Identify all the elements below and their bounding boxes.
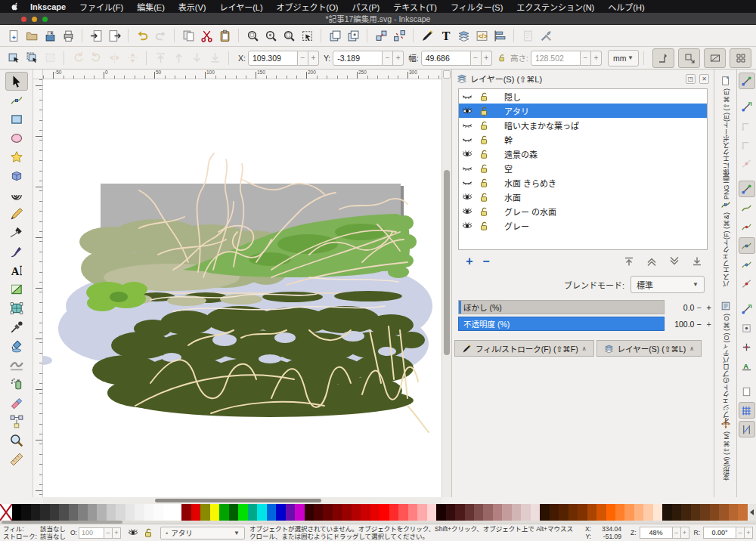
palette-swatch[interactable]: [521, 504, 530, 521]
fill-stroke-indicator[interactable]: フィル: 該当なし ストローク: 該当なし: [3, 525, 66, 540]
snap-line-midpoint-toggle[interactable]: [739, 275, 755, 292]
document-properties-button[interactable]: [519, 26, 537, 45]
maximize-window-button[interactable]: [42, 17, 48, 22]
layer-visibility-toggle[interactable]: [459, 105, 476, 117]
menu-item[interactable]: エクステンション(N): [516, 1, 594, 13]
layer-lock-toggle[interactable]: [476, 91, 492, 103]
palette-swatch[interactable]: [59, 504, 68, 521]
palette-swatch[interactable]: [596, 504, 606, 521]
palette-swatch[interactable]: [634, 504, 643, 521]
palette-swatch[interactable]: [370, 504, 380, 521]
palette-swatch[interactable]: [389, 504, 398, 521]
palette-swatch[interactable]: [465, 504, 474, 521]
snap-bbox-toggle[interactable]: [739, 98, 755, 115]
eraser-tool[interactable]: [5, 393, 28, 412]
tweak-tool[interactable]: [5, 355, 28, 374]
palette-swatch[interactable]: [333, 504, 342, 521]
layer-row[interactable]: アタリ: [459, 104, 707, 118]
vertical-ruler[interactable]: [33, 79, 43, 497]
lower-layer-to-bottom-button[interactable]: [689, 255, 705, 267]
opacity-value[interactable]: 100.0: [668, 320, 694, 329]
height-input[interactable]: 128.502: [531, 51, 581, 66]
layer-lock-toggle[interactable]: [476, 105, 492, 117]
pencil-tool[interactable]: [5, 204, 28, 223]
palette-swatch[interactable]: [691, 504, 700, 521]
palette-swatch[interactable]: [559, 504, 568, 521]
gradient-tool[interactable]: [5, 280, 28, 298]
lower-layer-button[interactable]: [667, 255, 682, 267]
snap-path-intersection-toggle[interactable]: [739, 218, 755, 235]
preferences-button[interactable]: [537, 26, 555, 45]
palette-swatch[interactable]: [144, 504, 153, 521]
palette-swatch[interactable]: [107, 504, 116, 521]
paste-button[interactable]: [215, 26, 234, 45]
select-all-button[interactable]: [5, 49, 23, 67]
palette-swatch[interactable]: [672, 504, 681, 521]
layer-lock-toggle[interactable]: [476, 220, 492, 232]
opacity-increment-button[interactable]: +: [704, 320, 714, 329]
palette-swatch[interactable]: [181, 504, 191, 521]
layer-visibility-toggle[interactable]: [459, 177, 476, 189]
flip-v-button[interactable]: [123, 49, 141, 67]
group-button[interactable]: [372, 26, 390, 45]
palette-swatch[interactable]: [286, 504, 295, 521]
layer-visibility-toggle[interactable]: [459, 134, 476, 146]
palette-swatch[interactable]: [624, 504, 634, 521]
palette-swatch[interactable]: [305, 504, 314, 521]
raise-layer-button[interactable]: [644, 255, 659, 267]
palette-swatch[interactable]: [512, 504, 521, 521]
pen-tool[interactable]: [5, 223, 28, 242]
text-t-button[interactable]: T: [436, 26, 454, 45]
palette-swatch[interactable]: [417, 504, 426, 521]
palette-swatch[interactable]: [738, 504, 747, 521]
palette-scroll-left-button[interactable]: [747, 504, 756, 521]
layer-row[interactable]: 空: [459, 161, 707, 175]
snap-page-border-toggle[interactable]: [739, 383, 755, 400]
layer-row[interactable]: 水面 きらめき: [459, 175, 707, 190]
flip-h-button[interactable]: [105, 49, 123, 67]
layer-lock-toggle[interactable]: [476, 162, 492, 175]
save-document-button[interactable]: [41, 26, 59, 45]
new-document-button[interactable]: [5, 26, 23, 45]
horizontal-scrollbar[interactable]: [43, 497, 442, 504]
dropper-tool[interactable]: [5, 317, 28, 336]
palette-swatch[interactable]: [153, 504, 163, 521]
layer-visibility-toggle[interactable]: [459, 191, 476, 203]
snap-bbox-edge-toggle[interactable]: [739, 117, 755, 134]
select-frame-button[interactable]: [298, 26, 316, 45]
apple-logo-icon[interactable]: [11, 2, 20, 11]
snap-nodes-toggle[interactable]: [739, 181, 755, 197]
palette-swatch[interactable]: [172, 504, 181, 521]
layer-visibility-toggle[interactable]: [459, 206, 476, 218]
ellipse-tool[interactable]: [5, 128, 28, 147]
menu-item[interactable]: ヘルプ(H): [608, 1, 644, 13]
palette-swatch[interactable]: [314, 504, 323, 521]
palette-swatch[interactable]: [238, 504, 247, 521]
vertical-scrollbar[interactable]: [442, 70, 451, 497]
rotation-input[interactable]: 0.00°: [703, 527, 736, 539]
palette-swatch[interactable]: [125, 504, 135, 521]
palette-swatch[interactable]: [550, 504, 559, 521]
palette-swatch[interactable]: [643, 504, 652, 521]
palette-swatch[interactable]: [40, 504, 49, 521]
layer-lock-toggle[interactable]: [476, 191, 492, 203]
dock-path-effects[interactable]: パスエフェクト(F) (⌘&): [714, 199, 737, 287]
panel-close-button[interactable]: ✕: [699, 74, 709, 84]
snap-enable-toggle[interactable]: [739, 73, 755, 89]
layer-lock-toggle[interactable]: [476, 148, 492, 160]
palette-swatch[interactable]: [191, 504, 200, 521]
opacity-slider[interactable]: 不透明度 (%): [458, 317, 665, 331]
layer-visibility-toggle[interactable]: [127, 527, 139, 538]
ungroup-button[interactable]: [390, 26, 408, 45]
palette-swatch[interactable]: [710, 504, 719, 521]
opacity-decrement-button[interactable]: −: [694, 320, 704, 329]
menu-item[interactable]: 表示(V): [178, 1, 206, 13]
menu-item[interactable]: ファイル(F): [79, 1, 123, 13]
measure-tool[interactable]: [5, 450, 28, 468]
raise-button[interactable]: [169, 49, 187, 67]
calligraphy-tool[interactable]: [5, 242, 28, 261]
palette-swatch[interactable]: [219, 504, 228, 521]
palette-swatch[interactable]: [398, 504, 407, 521]
layer-lock-toggle[interactable]: [476, 119, 492, 131]
xml-editor-button[interactable]: </>: [472, 26, 491, 45]
